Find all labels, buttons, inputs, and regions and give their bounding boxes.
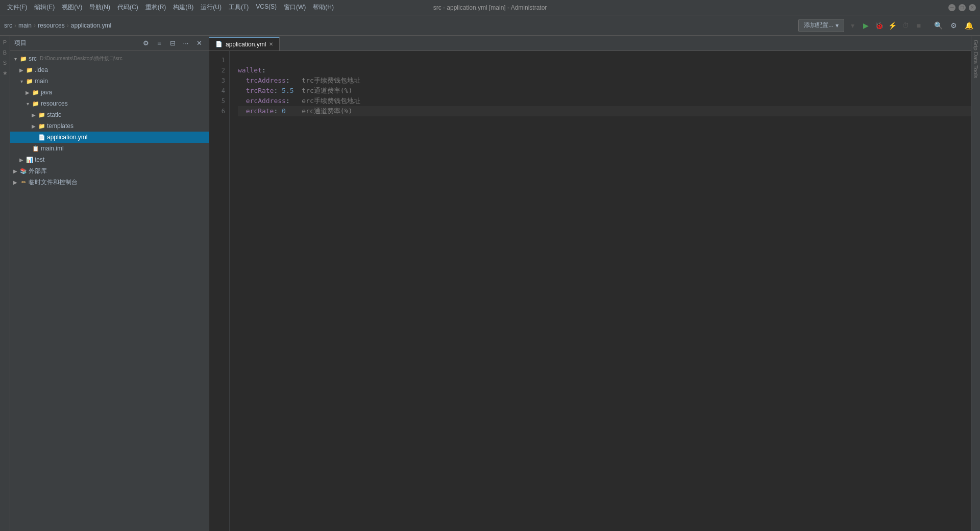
chevron-static: ▶ [31,112,37,118]
src-path: D:\Documents\Desktop\插件接口\src [40,55,122,62]
window-controls: ─ □ × [948,4,976,11]
notifications-button[interactable]: 🔔 [962,18,976,33]
tab-application-yml[interactable]: 📄 application.yml ✕ [209,37,280,50]
code-line-5: ercAddress: erc手续费钱包地址 [238,96,971,106]
external-icon: 📚 [19,167,28,175]
run-profile-button[interactable]: ⏱ [899,19,912,32]
stop-button[interactable]: ■ [913,19,925,32]
yaml-key-trcaddress: trcAddress [246,75,286,86]
title-bar-menus: 文件(F) 编辑(E) 视图(V) 导航(N) 代码(C) 重构(R) 构建(B… [4,2,337,13]
folder-icon-test: 📊 [26,156,34,164]
right-panel: Grip Data Tools [971,36,980,531]
label-templates: templates [47,122,74,130]
left-tool-panel: P B S ★ [0,36,10,531]
breadcrumb-file[interactable]: application.yml [71,22,111,29]
close-button[interactable]: × [969,4,976,11]
tree-item-application-yml[interactable]: ▶ 📄 application.yml [10,132,209,143]
add-config-button[interactable]: 添加配置... ▾ [798,19,844,32]
left-tool-btn-star[interactable]: ★ [1,68,10,78]
minimize-button[interactable]: ─ [948,4,955,11]
yaml-key-ercaddress: ercAddress [246,96,286,106]
tree-item-main-iml[interactable]: ▶ 📋 main.iml [10,143,209,154]
code-content[interactable]: wallet: trcAddress: trc手续费钱包地址 trcRate: … [230,51,971,531]
breadcrumb-resources[interactable]: resources [38,22,65,29]
folder-icon-templates: 📁 [38,122,46,130]
menu-navigate[interactable]: 导航(N) [86,2,113,13]
menu-file[interactable]: 文件(F) [4,2,30,13]
menu-window[interactable]: 窗口(W) [281,2,309,13]
menu-refactor[interactable]: 重构(R) [142,2,169,13]
scratches-icon: ✏ [19,178,28,186]
chevron-scratches: ▶ [12,180,18,185]
toolbar: src › main › resources › application.yml… [0,15,980,36]
tree-item-java[interactable]: ▶ 📁 java [10,87,209,98]
menu-tools[interactable]: 工具(T) [226,2,252,13]
window-title: src - application.yml [main] - Administr… [433,4,547,11]
chevron-java: ▶ [24,90,31,95]
right-panel-data-tools[interactable]: Grip Data Tools [971,38,981,81]
left-tool-btn-3[interactable]: S [1,58,10,67]
menu-help[interactable]: 帮助(H) [310,2,337,13]
line-num-6: 6 [209,106,225,116]
sidebar-gear-btn[interactable]: ··· [180,38,191,49]
code-editor: 📄 application.yml ✕ 1 2 3 4 5 6 [209,36,971,531]
settings-button[interactable]: ⚙ [946,18,961,33]
breadcrumb-sep3: › [67,22,69,29]
yaml-comment-trc-rate: trc通道费率(%) [302,86,352,96]
menu-code[interactable]: 代码(C) [114,2,141,13]
tree-item-main[interactable]: ▾ 📁 main [10,75,209,87]
editor-content: 1 2 3 4 5 6 wallet: trcAddre [209,51,971,531]
sidebar-sort-btn[interactable]: ≡ [154,38,165,49]
menu-bar[interactable]: 文件(F) 编辑(E) 视图(V) 导航(N) 代码(C) 重构(R) 构建(B… [4,2,337,13]
add-config-label: 添加配置... [804,21,834,30]
tree-item-src[interactable]: ▾ 📁 src D:\Documents\Desktop\插件接口\src [10,53,209,64]
search-everywhere-button[interactable]: 🔍 [931,18,945,33]
folder-icon-java: 📁 [32,88,40,96]
label-main: main [35,78,48,85]
tree-item-test[interactable]: ▶ 📊 test [10,154,209,165]
editor-area: 📄 application.yml ✕ 1 2 3 4 5 6 [209,36,980,531]
project-sidebar: 项目 ⚙ ≡ ⊟ ··· ✕ ▾ 📁 src D:\Documents\Desk… [10,36,209,531]
run-config-dropdown[interactable]: ▾ [846,19,859,32]
tree-item-external[interactable]: ▶ 📚 外部库 [10,165,209,176]
yaml-value-ercrate: 0 [282,106,286,116]
line-num-1: 1 [209,55,225,65]
left-tool-btn-2[interactable]: B [1,48,10,57]
tab-close-icon[interactable]: ✕ [269,41,273,47]
chevron-templates: ▶ [31,123,37,129]
label-scratches: 临时文件和控制台 [29,178,78,187]
sidebar-close-btn[interactable]: ✕ [193,38,205,49]
left-tool-btn-1[interactable]: P [1,38,10,47]
folder-icon-static: 📁 [38,111,46,119]
line-numbers: 1 2 3 4 5 6 [209,51,230,531]
menu-run[interactable]: 运行(U) [198,2,225,13]
debug-button[interactable]: 🐞 [873,19,885,32]
chevron-external: ▶ [12,168,18,174]
yaml-key-trcrate: trcRate [246,86,274,96]
tree-item-static[interactable]: ▶ 📁 static [10,109,209,120]
code-line-1 [238,55,971,65]
chevron-main: ▾ [18,79,24,84]
breadcrumb-main[interactable]: main [18,22,32,29]
sidebar-settings-btn[interactable]: ⚙ [140,38,152,49]
yaml-key-ercrate: ercRate [246,106,274,116]
menu-build[interactable]: 构建(B) [170,2,197,13]
tree-item-resources[interactable]: ▾ 📁 resources [10,98,209,109]
menu-vcs[interactable]: VCS(S) [253,2,280,13]
label-resources: resources [41,100,68,107]
maximize-button[interactable]: □ [959,4,966,11]
tree-item-templates[interactable]: ▶ 📁 templates [10,120,209,132]
run-coverage-button[interactable]: ⚡ [886,19,898,32]
tab-bar: 📄 application.yml ✕ [209,36,971,51]
yaml-comment-erc-wallet: erc手续费钱包地址 [302,96,360,106]
run-button[interactable]: ▶ [860,19,872,32]
breadcrumb-src[interactable]: src [4,22,12,29]
chevron-idea: ▶ [18,67,24,73]
tree-item-scratches[interactable]: ▶ ✏ 临时文件和控制台 [10,176,209,188]
menu-view[interactable]: 视图(V) [59,2,85,13]
label-java: java [41,89,52,96]
sidebar-collapse-btn[interactable]: ⊟ [167,38,178,49]
tree-item-idea[interactable]: ▶ 📁 .idea [10,64,209,75]
menu-edit[interactable]: 编辑(E) [31,2,58,13]
label-idea: .idea [35,66,48,73]
